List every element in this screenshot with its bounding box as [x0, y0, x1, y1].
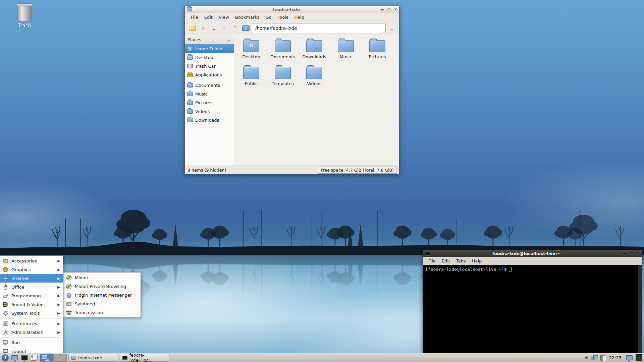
- menu-item-accessories[interactable]: Accessories▶: [0, 256, 63, 265]
- fm-menu-help[interactable]: Help: [292, 14, 307, 21]
- logout-button[interactable]: ➔: [636, 354, 642, 361]
- forward-button[interactable]: »: [220, 23, 229, 33]
- sidebar-item-music[interactable]: Music: [185, 89, 234, 98]
- midori-icon: [66, 275, 72, 281]
- folder-icon: [187, 83, 193, 87]
- terminal-menu-file[interactable]: File: [426, 258, 438, 264]
- fm-maximize-button[interactable]: ▢: [387, 8, 390, 11]
- folder-icon: [306, 67, 322, 79]
- file-item-downloads[interactable]: Downloads: [299, 39, 330, 65]
- terminal-menu-edit[interactable]: Edit: [439, 258, 453, 264]
- folder-icon: [369, 40, 385, 52]
- jump-to-button[interactable]: ⌄: [387, 23, 396, 33]
- submenu-item-transmission[interactable]: Transmission: [63, 308, 141, 317]
- show-desktop-button[interactable]: [30, 354, 38, 361]
- terminal-minimize-button[interactable]: ▬: [623, 252, 626, 255]
- workspace-2[interactable]: [53, 354, 66, 361]
- menu-item-internet[interactable]: Internet▶: [0, 274, 63, 283]
- screen-lock-button[interactable]: [625, 354, 633, 361]
- workspace-pager[interactable]: [40, 354, 67, 362]
- submenu-arrow-icon: ▶: [57, 330, 60, 334]
- fm-file-list[interactable]: Desktop Documents Downloads Music Pictur…: [234, 35, 399, 166]
- back-button[interactable]: «: [198, 23, 208, 33]
- file-item-desktop[interactable]: Desktop: [235, 39, 267, 65]
- folder-icon: [187, 92, 193, 96]
- sidebar-item-pictures[interactable]: Pictures: [185, 98, 234, 107]
- clock[interactable]: 22:23: [608, 355, 623, 360]
- desktop-trash-icon[interactable]: Trash: [9, 5, 40, 29]
- menu-item-sound-video[interactable]: Sound & Video▶: [0, 300, 63, 309]
- submenu-item-pidgin[interactable]: Pidgin Internet Messenger: [63, 291, 141, 299]
- terminal-menu-tabs[interactable]: Tabs: [453, 258, 469, 264]
- desktop-folder-icon: [187, 55, 193, 60]
- internet-icon: [3, 276, 8, 281]
- taskbar: f feodra-lxde feodra-lxde@loc... 🔊︎ 22:2…: [0, 353, 644, 362]
- fm-menu-edit[interactable]: Edit: [202, 14, 215, 21]
- menu-item-programming[interactable]: Programming▶: [0, 291, 63, 300]
- submenu-item-midori[interactable]: Midori: [63, 273, 141, 282]
- sidebar-item-desktop[interactable]: Desktop: [185, 53, 234, 62]
- menu-item-preferences[interactable]: Preferences▶: [0, 319, 63, 328]
- menu-item-office[interactable]: Office▶: [0, 283, 63, 291]
- volume-icon[interactable]: 🔊︎: [585, 355, 588, 361]
- file-item-public[interactable]: Public: [235, 65, 267, 92]
- fm-titlebar[interactable]: feodra-lxde ▬ ▢ ✕: [185, 6, 399, 13]
- places-header[interactable]: Places ⌄: [185, 35, 234, 44]
- sidebar-item-videos[interactable]: Videos: [185, 107, 234, 116]
- task-button-file-manager[interactable]: feodra-lxde: [68, 354, 118, 362]
- fm-menu-bookmarks[interactable]: Bookmarks: [232, 14, 262, 21]
- run-icon: [3, 340, 8, 346]
- sidebar-item-trash-can[interactable]: Trash Can: [185, 62, 234, 70]
- sidebar-item-downloads[interactable]: Downloads: [185, 116, 234, 124]
- submenu-arrow-icon: ▶: [57, 277, 60, 280]
- network-icon[interactable]: [591, 355, 598, 360]
- menu-item-system-tools[interactable]: System Tools▶: [0, 309, 63, 317]
- terminal-titlebar[interactable]: feodra-lxde@localhost-live:~ ▬ ▢ ✕: [423, 250, 642, 257]
- submenu-arrow-icon: ▶: [57, 294, 60, 298]
- terminal-maximize-button[interactable]: ▢: [630, 252, 633, 255]
- new-tab-button[interactable]: [187, 23, 197, 33]
- home-button[interactable]: ⌂: [241, 23, 251, 33]
- sidebar-item-documents[interactable]: Documents: [185, 81, 234, 89]
- sidebar-item-applications[interactable]: Applications: [185, 70, 234, 79]
- back-icon: «: [201, 25, 205, 32]
- fm-menu-tools[interactable]: Tools: [275, 14, 291, 21]
- fm-menu-view[interactable]: View: [216, 14, 232, 21]
- task-button-terminal[interactable]: feodra-lxde@loc...: [120, 354, 169, 362]
- window-stack-icon: [31, 355, 38, 360]
- monitor-icon: [626, 355, 633, 360]
- fm-menu-file[interactable]: File: [188, 14, 201, 21]
- pidgin-icon: [66, 292, 72, 298]
- sidebar-item-home-folder[interactable]: Home Folder: [185, 44, 234, 53]
- terminal-close-button[interactable]: ✕: [637, 252, 640, 255]
- file-item-music[interactable]: Music: [330, 39, 362, 65]
- terminal-screen[interactable]: [feodra-lxde@localhost-live ~]$: [423, 265, 642, 353]
- office-icon: [3, 284, 8, 290]
- file-item-videos[interactable]: Videos: [299, 65, 330, 92]
- file-item-templates[interactable]: Templates: [267, 65, 299, 92]
- file-item-pictures[interactable]: Pictures: [362, 39, 393, 65]
- up-button[interactable]: ⌃: [230, 23, 240, 33]
- terminal-menu-help[interactable]: Help: [469, 258, 485, 264]
- file-item-documents[interactable]: Documents: [267, 39, 299, 65]
- clipboard-icon[interactable]: [600, 355, 605, 361]
- fm-close-button[interactable]: ✕: [394, 8, 397, 11]
- folder-icon: [243, 67, 259, 79]
- submenu-item-midori-private[interactable]: Midori Private Browsing: [63, 282, 141, 291]
- terminal-launcher[interactable]: [20, 354, 29, 361]
- submenu-arrow-icon: ▶: [57, 268, 60, 272]
- menu-item-run[interactable]: Run: [0, 338, 63, 347]
- fm-menu-go[interactable]: Go: [263, 14, 274, 21]
- programming-icon: [3, 293, 8, 299]
- desktop-settings-launcher[interactable]: [11, 354, 19, 361]
- history-dropdown-button[interactable]: ⌄: [209, 23, 218, 33]
- application-menu-button[interactable]: f: [1, 354, 9, 361]
- address-bar-input[interactable]: [252, 23, 386, 33]
- submenu-item-sylpheed[interactable]: Sylpheed: [63, 299, 141, 308]
- menu-item-administration[interactable]: Administration▶: [0, 328, 63, 337]
- menu-item-graphics[interactable]: Graphics▶: [0, 265, 63, 274]
- terminal-scrollbar[interactable]: [638, 265, 642, 353]
- graphics-icon: [3, 267, 8, 273]
- workspace-1[interactable]: [40, 354, 53, 361]
- fm-minimize-button[interactable]: ▬: [380, 8, 384, 11]
